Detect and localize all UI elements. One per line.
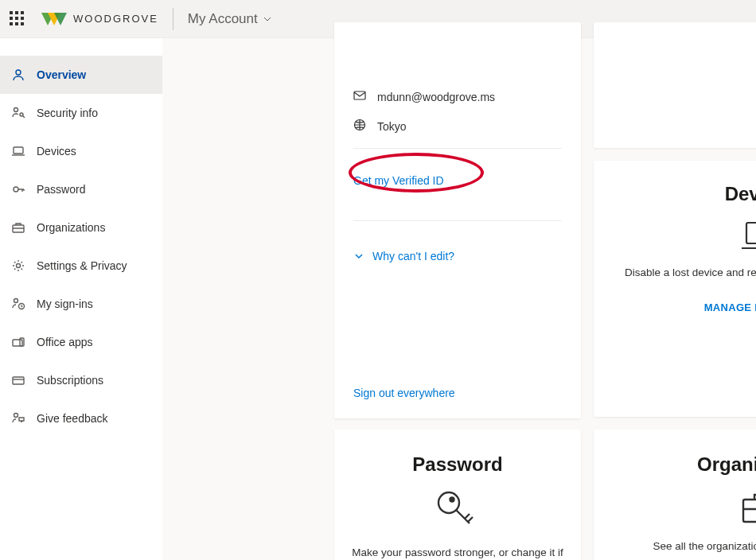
profile-email: mdunn@woodgrove.ms	[377, 91, 495, 103]
laptop-icon	[608, 218, 756, 253]
sidebar: Overview Security info Devices Password …	[0, 38, 162, 560]
divider	[353, 148, 562, 149]
person-icon	[11, 68, 25, 82]
account-dropdown[interactable]: My Account	[188, 11, 272, 27]
profile-card: mdunn@woodgrove.ms Tokyo Get my Verified…	[334, 22, 581, 418]
why-cant-edit-label: Why can't I edit?	[372, 250, 454, 262]
main-content: mdunn@woodgrove.ms Tokyo Get my Verified…	[162, 38, 756, 560]
svg-point-20	[450, 498, 454, 502]
sidebar-item-label: Subscriptions	[37, 374, 103, 387]
briefcase-icon	[11, 220, 25, 235]
svg-rect-6	[14, 147, 23, 154]
svg-rect-14	[13, 377, 24, 384]
svg-point-4	[14, 108, 18, 112]
svg-point-10	[14, 299, 18, 303]
orgs-card-desc: See all the organizations that you're a …	[611, 539, 756, 554]
pw-key-icon	[11, 182, 25, 196]
password-card-desc: Make your password stronger, or change i…	[352, 546, 563, 560]
svg-point-7	[14, 187, 18, 192]
sidebar-item-overview[interactable]: Overview	[0, 56, 162, 94]
get-verified-id-link[interactable]: Get my Verified ID	[353, 174, 562, 187]
app-launcher-icon[interactable]	[10, 11, 25, 27]
manage-devices-link[interactable]: MANAGE DEVICES	[608, 301, 756, 313]
devices-card: Devices Disable a lost device and review…	[594, 161, 756, 417]
globe-icon	[353, 119, 368, 134]
person-clock-icon	[11, 297, 25, 311]
laptop-icon	[11, 144, 25, 158]
chevron-down-icon	[263, 14, 272, 24]
svg-point-15	[14, 414, 18, 418]
sidebar-item-subscriptions[interactable]: Subscriptions	[0, 361, 162, 399]
sidebar-item-label: Overview	[37, 68, 86, 81]
svg-rect-21	[743, 500, 756, 522]
mail-icon	[353, 89, 368, 104]
brand-name: WOODGROVE	[73, 13, 158, 25]
header-divider	[173, 8, 173, 30]
sidebar-item-devices[interactable]: Devices	[0, 132, 162, 170]
sidebar-item-label: Password	[37, 183, 85, 196]
sidebar-item-security[interactable]: Security info	[0, 94, 162, 132]
feedback-icon	[11, 411, 25, 426]
key-icon	[352, 488, 563, 533]
sidebar-item-label: Settings & Privacy	[37, 259, 127, 272]
password-card-title: Password	[352, 453, 563, 476]
svg-point-3	[16, 70, 21, 75]
sidebar-item-label: My sign-ins	[37, 298, 93, 310]
orgs-card-title: Organizations	[611, 453, 756, 476]
sidebar-item-settings[interactable]: Settings & Privacy	[0, 247, 162, 285]
svg-rect-18	[746, 223, 756, 243]
sidebar-item-officeapps[interactable]: Office apps	[0, 323, 162, 361]
why-cant-edit-link[interactable]: Why can't I edit?	[353, 250, 562, 262]
divider	[353, 220, 562, 221]
manage-devices-label: MANAGE DEVICES	[704, 301, 756, 313]
password-card: Password Make your password stronger, or…	[334, 430, 581, 560]
sidebar-item-label: Office apps	[37, 336, 93, 348]
svg-rect-12	[13, 340, 22, 346]
brand-logo[interactable]: WOODGROVE	[41, 10, 158, 29]
gear-icon	[11, 259, 25, 273]
sign-out-everywhere-link[interactable]: Sign out everywhere	[353, 387, 455, 399]
briefcase-icon	[611, 488, 756, 527]
sidebar-item-label: Give feedback	[37, 412, 108, 425]
sidebar-item-label: Security info	[37, 107, 98, 119]
organizations-card: Organizations See all the organizations …	[594, 430, 756, 560]
sidebar-item-organizations[interactable]: Organizations	[0, 208, 162, 247]
svg-point-9	[17, 264, 21, 268]
profile-location-row: Tokyo	[353, 119, 562, 134]
office-icon	[11, 335, 25, 349]
sidebar-item-feedback[interactable]: Give feedback	[0, 399, 162, 438]
sidebar-item-password[interactable]: Password	[0, 170, 162, 208]
account-dropdown-label: My Account	[188, 11, 258, 27]
svg-rect-16	[354, 91, 365, 99]
sidebar-item-label: Devices	[37, 145, 76, 158]
devices-card-title: Devices	[608, 183, 756, 205]
key-person-icon	[11, 106, 25, 120]
sidebar-item-signins[interactable]: My sign-ins	[0, 285, 162, 323]
devices-card-desc: Disable a lost device and review your co…	[608, 266, 756, 281]
sidebar-item-label: Organizations	[37, 221, 105, 234]
profile-location: Tokyo	[377, 120, 407, 133]
update-info-card: UPDATE INFO	[594, 22, 756, 148]
chevron-down-icon	[353, 251, 364, 262]
card-icon	[11, 373, 25, 387]
profile-email-row: mdunn@woodgrove.ms	[353, 89, 562, 104]
